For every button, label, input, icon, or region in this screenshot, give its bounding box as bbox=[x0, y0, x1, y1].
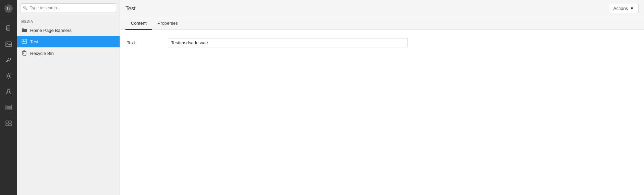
search-icon: 🔍 bbox=[23, 6, 28, 10]
tab-content[interactable]: Content bbox=[125, 17, 152, 30]
image-media-icon bbox=[21, 39, 27, 45]
svg-point-9 bbox=[7, 89, 10, 92]
chevron-down-icon: ▼ bbox=[630, 6, 634, 11]
actions-button-label: Actions bbox=[613, 6, 628, 11]
sidebar-item-label-test: Test bbox=[30, 39, 38, 44]
app-logo[interactable]: U bbox=[0, 0, 17, 17]
tab-properties[interactable]: Properties bbox=[152, 17, 183, 30]
svg-rect-15 bbox=[9, 121, 11, 123]
nav-item-wrench[interactable] bbox=[0, 52, 17, 68]
sidebar-item-test[interactable]: Test bbox=[17, 36, 120, 47]
nav-item-list[interactable] bbox=[0, 100, 17, 115]
text-input[interactable] bbox=[168, 38, 408, 47]
nav-item-image[interactable] bbox=[0, 36, 17, 52]
sidebar-section-label: MEDIA bbox=[17, 16, 120, 25]
sidebar-search-area: 🔍 bbox=[17, 0, 120, 16]
nav-item-grid[interactable] bbox=[0, 115, 17, 131]
sidebar-item-label-home-page-banners: Home Page Banners bbox=[30, 28, 72, 33]
page-title: Test bbox=[125, 5, 135, 12]
svg-point-19 bbox=[23, 40, 23, 41]
svg-rect-16 bbox=[6, 124, 8, 126]
main-header: Test Actions ▼ bbox=[120, 0, 644, 17]
svg-rect-20 bbox=[23, 51, 26, 55]
svg-rect-6 bbox=[6, 42, 11, 47]
svg-point-8 bbox=[8, 75, 10, 77]
nav-bar: U bbox=[0, 0, 17, 195]
folder-icon bbox=[21, 27, 27, 33]
field-input-text bbox=[168, 38, 408, 47]
sidebar-item-label-recycle-bin: Recycle Bin bbox=[30, 51, 54, 56]
content-area: Text bbox=[120, 30, 644, 195]
nav-item-document[interactable] bbox=[0, 21, 17, 36]
sidebar-item-recycle-bin[interactable]: Recycle Bin bbox=[17, 47, 120, 59]
main-content: Test Actions ▼ Content Properties Text bbox=[120, 0, 644, 195]
svg-rect-14 bbox=[6, 121, 8, 123]
search-input[interactable] bbox=[21, 3, 116, 12]
nav-item-gear[interactable] bbox=[0, 68, 17, 84]
tabs-bar: Content Properties bbox=[120, 17, 644, 30]
sidebar-item-home-page-banners[interactable]: Home Page Banners bbox=[17, 25, 120, 36]
svg-point-7 bbox=[7, 43, 8, 44]
sidebar: 🔍 MEDIA Home Page Banners Test Recycle B… bbox=[17, 0, 120, 195]
svg-rect-18 bbox=[22, 39, 27, 43]
svg-text:U: U bbox=[7, 6, 10, 11]
actions-button[interactable]: Actions ▼ bbox=[609, 4, 639, 13]
field-row-text: Text bbox=[127, 38, 637, 47]
field-label-text: Text bbox=[127, 38, 161, 45]
svg-rect-17 bbox=[9, 124, 11, 126]
trash-icon bbox=[21, 50, 27, 57]
nav-item-user[interactable] bbox=[0, 84, 17, 100]
